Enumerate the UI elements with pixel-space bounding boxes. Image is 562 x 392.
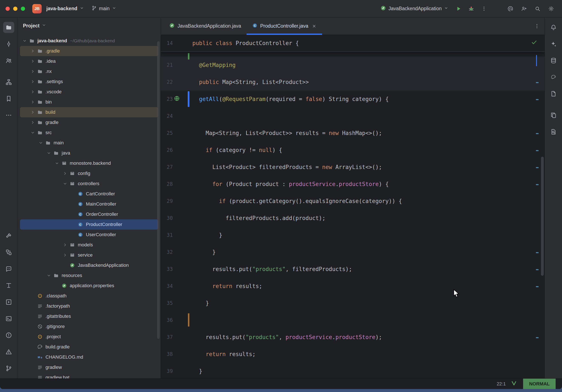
project-tree-scrollbar[interactable] — [157, 41, 160, 339]
more-tools-icon[interactable] — [3, 110, 14, 121]
code-line-24[interactable]: 24 — [161, 107, 545, 125]
search-icon[interactable] — [532, 3, 543, 14]
line-number[interactable]: 21 — [161, 62, 173, 68]
gradle-icon[interactable] — [548, 72, 559, 83]
inspections-ok-icon[interactable] — [531, 39, 537, 47]
line-number[interactable]: 22 — [161, 79, 173, 85]
line-number[interactable]: 24 — [161, 113, 173, 119]
tree-item-bin[interactable]: bin — [20, 97, 158, 107]
line-number[interactable]: 26 — [161, 147, 173, 153]
line-number[interactable]: 23 — [161, 96, 173, 102]
endpoint-globe-icon[interactable] — [174, 95, 180, 103]
tree-item-maincontroller[interactable]: CMainController — [20, 199, 158, 209]
tree-item--nx[interactable]: .nx — [20, 66, 158, 77]
code-line-28[interactable]: 28 for (Product product : productService… — [161, 176, 545, 193]
terminal-icon[interactable] — [3, 313, 14, 324]
commit-icon[interactable] — [3, 38, 14, 49]
run-configuration-selector[interactable]: JavaBackendApplication — [378, 3, 451, 14]
chevron-right-icon[interactable] — [29, 110, 36, 115]
tree-item-cartcontroller[interactable]: CCartController — [20, 189, 158, 199]
tree-item-gradle[interactable]: gradle — [20, 117, 158, 128]
line-number[interactable]: 30 — [161, 215, 173, 221]
tree-item--idea[interactable]: .idea — [20, 56, 158, 66]
project-folder-icon[interactable] — [3, 22, 14, 33]
tree-item-config[interactable]: config — [20, 168, 158, 178]
branch-selector[interactable]: main — [89, 4, 119, 14]
settings-gear-icon[interactable] — [546, 3, 556, 14]
code-with-me-icon[interactable] — [519, 3, 529, 14]
ai-assistant-swirl-icon[interactable] — [505, 3, 516, 14]
bookmarks-icon[interactable] — [3, 93, 14, 104]
tree-item-build-gradle[interactable]: build.gradle — [20, 342, 158, 352]
code-line-21[interactable]: 21 @GetMapping — [161, 57, 545, 73]
tree-item-controllers[interactable]: controllers — [20, 178, 158, 189]
warnings-icon[interactable] — [3, 346, 14, 357]
code-line-27[interactable]: 27 List<Product> filteredProducts = new … — [161, 159, 545, 176]
ai-assistant-icon[interactable] — [548, 38, 559, 49]
chevron-down-icon[interactable] — [46, 273, 52, 278]
build-icon[interactable] — [3, 230, 14, 241]
tree-item-ordercontroller[interactable]: COrderController — [20, 209, 158, 219]
code-editor[interactable]: 14 public class ProductController { 21 @… — [161, 35, 545, 378]
line-number[interactable]: 33 — [161, 266, 173, 272]
line-number[interactable]: 34 — [161, 283, 173, 289]
zoom-window-button[interactable] — [21, 7, 25, 11]
dependencies-icon[interactable] — [3, 247, 14, 258]
more-actions-button[interactable] — [479, 3, 489, 14]
chevron-right-icon[interactable] — [29, 90, 36, 94]
chevron-right-icon[interactable] — [29, 120, 36, 125]
chevron-right-icon[interactable] — [62, 243, 69, 247]
document-icon[interactable] — [548, 88, 559, 99]
tree-item-gradlew[interactable]: gradlew — [20, 362, 158, 372]
editor-scrollbar[interactable] — [541, 157, 544, 276]
tree-item-monostore-backend[interactable]: monostore.backend — [20, 158, 158, 168]
line-number[interactable]: 31 — [161, 232, 173, 238]
code-line-25[interactable]: 25 Map<String, List<Product>> results = … — [161, 125, 545, 142]
chevron-down-icon[interactable] — [21, 38, 28, 43]
minimize-window-button[interactable] — [13, 7, 17, 11]
line-number[interactable]: 39 — [161, 368, 173, 374]
problems-icon[interactable] — [3, 330, 14, 341]
tree-item--gradle[interactable]: .gradle — [20, 46, 158, 56]
copy-document-icon[interactable] — [548, 110, 559, 121]
chevron-right-icon[interactable] — [29, 100, 36, 104]
chevron-right-icon[interactable] — [29, 79, 36, 84]
tree-item-gradlew-bat[interactable]: gradlew.bat — [20, 372, 158, 378]
project-panel-header[interactable]: Project — [17, 19, 161, 32]
code-line-34[interactable]: 34 return results; — [161, 278, 545, 295]
tree-item-build[interactable]: build — [20, 107, 158, 117]
tree-item--project[interactable]: .project — [20, 332, 158, 342]
version-control-icon[interactable] — [3, 363, 14, 374]
line-number[interactable]: 14 — [161, 40, 173, 46]
tree-item-main[interactable]: main — [20, 138, 158, 148]
tree-item-java-backend[interactable]: java-backend~/Github/java-backend — [20, 36, 158, 46]
editor-tab-productcontroller-java[interactable]: CProductController.java — [246, 17, 322, 35]
tab-options-icon[interactable] — [534, 23, 540, 29]
code-line-33[interactable]: 33 results.put("products", filteredProdu… — [161, 261, 545, 278]
tree-item-javabackendapplication[interactable]: JavaBackendApplication — [20, 260, 158, 270]
tree-item-changelog-md[interactable]: MCHANGELOG.md — [20, 352, 158, 362]
line-number[interactable]: 29 — [161, 198, 173, 204]
services-icon[interactable] — [3, 297, 14, 308]
chevron-down-icon[interactable] — [62, 181, 69, 186]
chevron-right-icon[interactable] — [29, 59, 36, 64]
line-number[interactable]: 38 — [161, 351, 173, 357]
code-line-23[interactable]: 23 getAll(@RequestParam(required = false… — [161, 91, 545, 107]
tree-item--settings[interactable]: .settings — [20, 77, 158, 87]
code-line-38[interactable]: 38 return results; — [161, 346, 545, 363]
tree-item-resources[interactable]: resources — [20, 270, 158, 281]
code-line-26[interactable]: 26 if (category != null) { — [161, 142, 545, 159]
find-in-files-icon[interactable] — [548, 126, 559, 137]
caret-position[interactable]: 22:1 — [497, 381, 506, 387]
tree-item--factorypath[interactable]: .factorypath — [20, 301, 158, 311]
line-number[interactable]: 28 — [161, 181, 173, 187]
line-number[interactable]: 27 — [161, 164, 173, 170]
code-line-32[interactable]: 32 } — [161, 244, 545, 261]
editor-tab-javabackendapplication-java[interactable]: JavaBackendApplication.java — [164, 17, 246, 35]
todo-icon[interactable] — [3, 280, 14, 291]
tree-item--vscode[interactable]: .vscode — [20, 87, 158, 97]
structure-icon[interactable] — [3, 77, 14, 88]
line-number[interactable]: 35 — [161, 300, 173, 306]
chevron-right-icon[interactable] — [29, 49, 36, 53]
pull-requests-icon[interactable] — [3, 55, 14, 66]
